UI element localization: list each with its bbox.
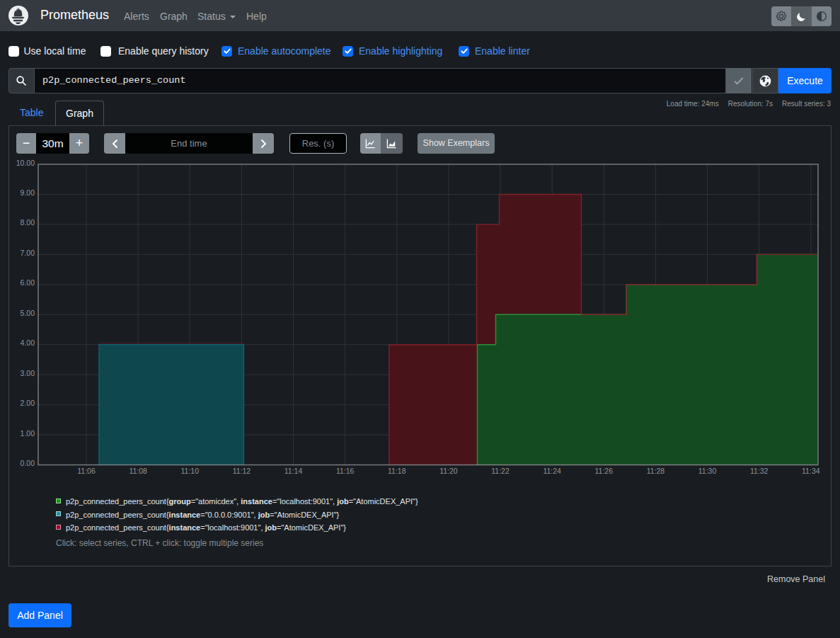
svg-text:8.00: 8.00 bbox=[21, 218, 35, 227]
svg-text:2.00: 2.00 bbox=[21, 399, 35, 407]
svg-text:11:08: 11:08 bbox=[129, 467, 147, 475]
svg-text:11:22: 11:22 bbox=[491, 467, 510, 475]
svg-text:11:26: 11:26 bbox=[595, 467, 614, 475]
svg-text:11:28: 11:28 bbox=[647, 467, 665, 475]
svg-text:10.00: 10.00 bbox=[16, 159, 35, 167]
svg-text:7.00: 7.00 bbox=[21, 249, 35, 257]
svg-text:11:16: 11:16 bbox=[336, 467, 355, 475]
svg-text:11:34: 11:34 bbox=[802, 467, 820, 475]
svg-text:6.00: 6.00 bbox=[21, 278, 35, 287]
svg-text:11:18: 11:18 bbox=[388, 467, 406, 475]
svg-text:0.00: 0.00 bbox=[21, 459, 35, 467]
svg-text:11:10: 11:10 bbox=[181, 467, 200, 475]
svg-text:11:12: 11:12 bbox=[233, 467, 251, 475]
svg-text:11:06: 11:06 bbox=[77, 467, 96, 475]
svg-text:11:14: 11:14 bbox=[284, 467, 303, 475]
svg-text:9.00: 9.00 bbox=[21, 188, 35, 197]
svg-text:11:32: 11:32 bbox=[750, 467, 769, 475]
svg-text:3.00: 3.00 bbox=[21, 369, 35, 377]
svg-text:11:24: 11:24 bbox=[543, 467, 561, 475]
svg-text:1.00: 1.00 bbox=[21, 429, 35, 438]
svg-text:4.00: 4.00 bbox=[21, 338, 35, 347]
svg-text:11:20: 11:20 bbox=[439, 467, 458, 475]
svg-text:11:30: 11:30 bbox=[698, 467, 717, 475]
svg-text:5.00: 5.00 bbox=[21, 309, 35, 317]
